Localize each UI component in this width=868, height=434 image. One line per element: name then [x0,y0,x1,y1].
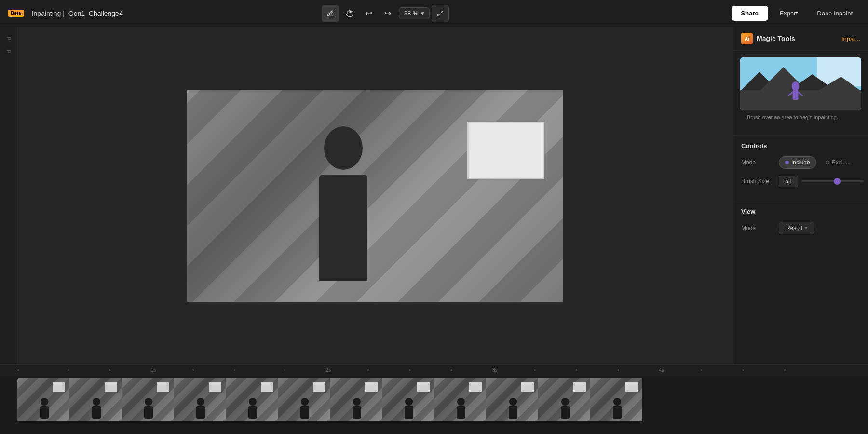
redo-button[interactable]: ↪ [380,5,397,22]
film-screen-12 [625,382,638,392]
brush-size-label: Brush Size [741,178,775,185]
view-section-label: View [741,208,860,215]
controls-section-label: Controls [741,142,860,149]
svg-rect-10 [793,90,799,100]
ruler-dot-14: • [784,367,786,373]
film-figure-3 [143,398,154,420]
figure-body [319,175,367,281]
film-screen-3 [157,382,169,392]
ruler-dot-1: • [68,367,69,373]
film-screen-9 [469,382,482,392]
ruler-marks: • 1s 2s 3s 4s • • • • • • • • • • • • • … [17,365,851,376]
svg-line-0 [441,11,443,13]
brush-tool-button[interactable] [322,5,339,22]
zoom-chevron-icon: ▾ [421,10,424,17]
include-mode-button[interactable]: Include [779,156,816,169]
svg-rect-8 [740,90,861,110]
brush-size-row: Brush Size 58 [741,176,860,187]
ruler-dot-4: • [234,367,236,373]
canvas-figure [300,126,387,281]
view-mode-button[interactable]: Result ▾ [779,222,814,234]
film-figure-1 [39,398,50,420]
ruler-dot-12: • [701,367,703,373]
hand-tool-button[interactable] [341,5,358,22]
topbar-right: Share Export Done Inpaint [732,6,860,21]
exclude-mode-button[interactable]: Exclu... [819,156,857,169]
ruler-dot-10: • [576,367,578,373]
ruler-dot-2: • [109,367,111,373]
expand-button[interactable] [432,5,449,22]
film-screen-4 [209,382,221,392]
brush-size-input[interactable]: 58 [779,176,798,187]
controls-section: Controls Mode Include Exclu... Brush Siz… [733,135,868,201]
timeline-ruler: • 1s 2s 3s 4s • • • • • • • • • • • • • … [0,365,868,376]
ai-icon: Ai [741,33,753,44]
film-figure-8 [404,398,414,420]
film-figure-9 [456,398,466,420]
svg-line-1 [438,14,440,16]
include-dot-icon [785,161,789,164]
canvas-image [187,90,563,302]
canvas-screen-element [467,122,544,179]
view-mode-label: Mode [741,225,775,231]
canvas-area[interactable] [17,27,733,364]
exclude-dot-icon [826,161,829,164]
brush-size-slider[interactable] [802,180,864,182]
film-figure-5 [247,398,258,420]
film-figure-6 [299,398,310,420]
canvas-background [187,90,563,302]
ruler-dot-7: • [409,367,411,373]
topbar-title: Inpainting | Gen1_Challenge4 [32,10,123,17]
figure-head [324,126,363,170]
main-content: d d Ai Magic Tools Inpai... [0,27,868,364]
view-mode-row: Mode Result ▾ [741,222,860,234]
film-figure-4 [195,398,206,420]
thumbnail-area: Brush over an area to begin inpainting. [740,57,861,128]
thumbnail [740,57,861,110]
film-figure-11 [560,398,570,420]
zoom-control[interactable]: 38 % ▾ [399,7,430,19]
topbar: Beta Inpainting | Gen1_Challenge4 ↩ ↪ 38… [0,0,868,27]
ruler-dot-9: • [534,367,536,373]
film-frame-11 [538,378,590,421]
timeline-strip[interactable] [17,378,851,432]
ruler-mark-4s: 4s [659,367,665,373]
film-figure-12 [612,398,623,420]
sidebar-item-1[interactable]: d [6,37,12,40]
film-frame-12 [590,378,642,421]
film-frame-8 [382,378,434,421]
film-frame-9 [434,378,486,421]
hint-text: Brush over an area to begin inpainting. [747,113,854,122]
view-mode-chevron-icon: ▾ [805,225,807,231]
film-frame-10 [486,378,538,421]
undo-button[interactable]: ↩ [360,5,378,22]
mode-label: Mode [741,159,775,166]
ruler-start-dot: • [17,367,19,373]
mode-control-row: Mode Include Exclu... [741,156,860,169]
film-figure-2 [91,398,102,420]
share-button[interactable]: Share [732,6,768,21]
panel-title: Magic Tools [757,35,795,42]
left-sidebar: d d [0,27,17,364]
done-inpaint-button[interactable]: Done Inpaint [809,6,860,21]
film-frame-1 [17,378,69,421]
export-button[interactable]: Export [772,6,806,21]
sidebar-item-2[interactable]: d [6,50,12,53]
panel-header: Ai Magic Tools Inpai... [733,27,868,51]
film-screen-11 [573,382,586,392]
film-screen-1 [53,382,65,392]
zoom-value: 38 % [404,10,419,17]
ruler-mark-2s: 2s [326,367,331,373]
film-screen-10 [521,382,534,392]
thumbnail-svg [740,57,861,110]
ruler-mark-3s: 3s [492,367,498,373]
ruler-dot-6: • [367,367,369,373]
panel-tab[interactable]: Inpai... [841,35,860,42]
film-figure-10 [508,398,518,420]
film-frame-2 [69,378,122,421]
ruler-dot-5: • [284,367,286,373]
view-section: View Mode Result ▾ [733,201,868,248]
film-frame-5 [226,378,278,421]
film-frame-6 [278,378,330,421]
film-frame-7 [330,378,382,421]
